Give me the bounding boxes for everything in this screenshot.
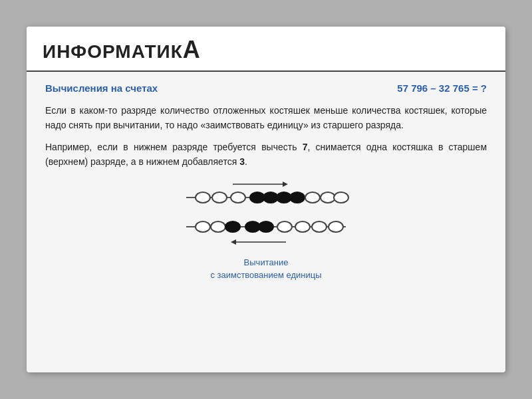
- paragraph-2: Например, если в нижнем разряде требуетс…: [45, 140, 487, 170]
- svg-point-24: [329, 221, 343, 232]
- svg-point-22: [295, 221, 310, 232]
- svg-point-17: [211, 221, 225, 232]
- logo-main: ИНФОРМАТИК: [43, 41, 183, 62]
- svg-point-15: [334, 192, 348, 203]
- svg-point-19: [245, 221, 260, 232]
- svg-marker-5: [231, 239, 236, 245]
- svg-point-9: [250, 192, 265, 203]
- svg-point-13: [305, 192, 320, 203]
- svg-point-16: [196, 221, 210, 232]
- p2-end: .: [245, 156, 247, 167]
- abacus-caption: Вычитание с заимствованием единицы: [210, 256, 321, 282]
- svg-point-20: [259, 221, 273, 232]
- p2-bold2: 3: [239, 156, 245, 167]
- svg-point-18: [225, 221, 240, 232]
- slide: ИНФОРМАТИКА Вычисления на счетах 57 796 …: [27, 27, 505, 372]
- svg-point-23: [312, 221, 327, 232]
- svg-point-7: [212, 192, 227, 203]
- title-row: Вычисления на счетах 57 796 – 32 765 = ?: [45, 82, 487, 94]
- svg-marker-3: [283, 182, 288, 187]
- caption-line2: с заимствованием единицы: [210, 269, 321, 282]
- svg-point-10: [263, 192, 278, 203]
- logo: ИНФОРМАТИКА: [43, 36, 201, 64]
- abacus-diagram: Вычитание с заимствованием единицы: [45, 179, 487, 282]
- abacus-svg: [166, 179, 366, 252]
- svg-point-21: [277, 221, 292, 232]
- svg-point-12: [290, 192, 305, 203]
- svg-point-6: [196, 192, 210, 203]
- section-title: Вычисления на счетах: [45, 82, 158, 94]
- svg-point-8: [231, 192, 245, 203]
- p2-start: Например, если в нижнем разряде требуетс…: [45, 142, 303, 152]
- content: Вычисления на счетах 57 796 – 32 765 = ?…: [27, 72, 505, 298]
- paragraph-1: Если в каком-то разряде количество отлож…: [45, 103, 487, 133]
- header: ИНФОРМАТИКА: [27, 27, 505, 72]
- svg-point-11: [277, 192, 291, 203]
- svg-point-14: [321, 192, 335, 203]
- caption-line1: Вычитание: [210, 256, 321, 269]
- logo-big-a: А: [183, 36, 201, 63]
- equation: 57 796 – 32 765 = ?: [397, 82, 487, 94]
